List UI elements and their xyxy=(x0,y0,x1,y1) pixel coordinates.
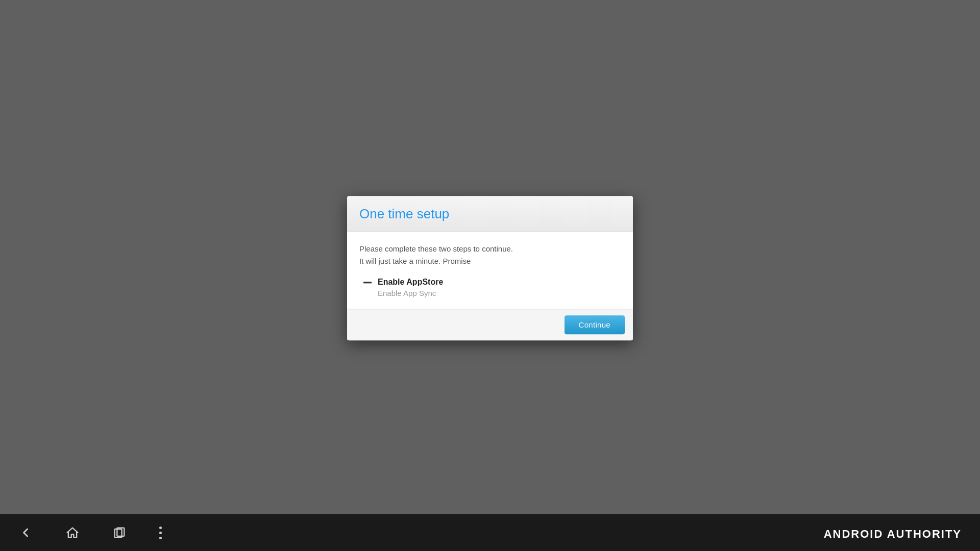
home-icon[interactable] xyxy=(65,525,80,540)
recents-icon[interactable] xyxy=(112,525,127,540)
dialog-title: One time setup xyxy=(359,206,621,222)
recents-svg xyxy=(112,525,127,540)
branding-text: ANDROID AUTHORITY xyxy=(824,528,962,541)
step-primary-label: Enable AppStore xyxy=(378,278,443,287)
dot1 xyxy=(159,527,162,529)
step-item-1: Enable AppStore Enable App Sync xyxy=(363,278,621,297)
dialog-body: Please complete these two steps to conti… xyxy=(347,232,633,309)
continue-button[interactable]: Continue xyxy=(565,315,625,334)
home-svg xyxy=(65,525,80,540)
dialog-container: One time setup Please complete these two… xyxy=(347,196,633,340)
back-icon[interactable] xyxy=(18,525,33,540)
description-line2: It will just take a minute. Promise xyxy=(359,257,471,265)
menu-icon[interactable] xyxy=(159,527,162,539)
dialog-header: One time setup xyxy=(347,196,633,232)
step-secondary-label: Enable App Sync xyxy=(363,289,621,297)
step-primary: Enable AppStore xyxy=(363,278,621,287)
step-dash-icon xyxy=(363,282,372,283)
back-arrow-svg xyxy=(18,525,33,540)
dot2 xyxy=(159,532,162,534)
dialog: One time setup Please complete these two… xyxy=(347,196,633,340)
steps-list: Enable AppStore Enable App Sync xyxy=(359,278,621,297)
dot3 xyxy=(159,537,162,539)
dialog-footer: Continue xyxy=(347,309,633,340)
description-line1: Please complete these two steps to conti… xyxy=(359,244,513,253)
dialog-description: Please complete these two steps to conti… xyxy=(359,243,621,267)
